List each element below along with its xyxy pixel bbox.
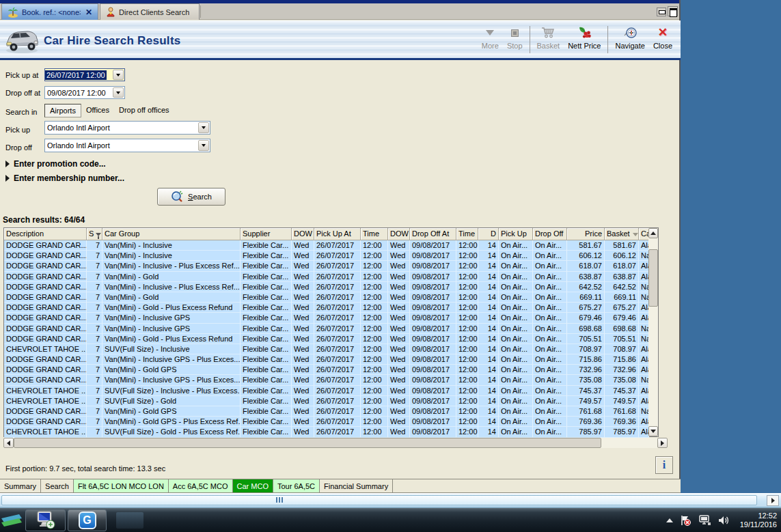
column-header-dow[interactable]: DOW: [292, 228, 314, 240]
scroll-down-button[interactable]: [648, 426, 658, 436]
membership-number-expander[interactable]: Enter membership number...: [5, 173, 124, 183]
nett-price-button[interactable]: Nett Price: [564, 23, 605, 51]
tab-accommodation[interactable]: Acc 6A,5C MCO: [169, 479, 233, 493]
info-button[interactable]: i: [655, 456, 673, 474]
navigate-button[interactable]: Navigate: [611, 23, 648, 51]
network-icon[interactable]: [698, 514, 711, 527]
table-row[interactable]: DODGE GRAND CAR...7Van(Mini) - Inclusive…: [4, 261, 658, 271]
table-row[interactable]: CHEVROLET TAHOE ...7SUV(Full Size) - Inc…: [4, 386, 658, 396]
search-button[interactable]: Search: [157, 188, 225, 206]
chevron-down-icon[interactable]: [113, 70, 124, 80]
table-cell: On Air...: [499, 386, 533, 396]
segment-dropoff-offices[interactable]: Drop off offices: [114, 104, 174, 117]
table-row[interactable]: DODGE GRAND CAR...7Van(Mini) - Gold GPSF…: [4, 365, 658, 375]
outer-horizontal-scrollbar[interactable]: [0, 493, 781, 507]
tab-search[interactable]: Search: [41, 479, 74, 493]
taskbar-item-inactive[interactable]: [109, 509, 151, 531]
table-row[interactable]: DODGE GRAND CAR...7Van(Mini) - Gold - Pl…: [4, 303, 658, 313]
column-header-description[interactable]: Description: [4, 228, 87, 240]
column-header-car-group[interactable]: Car Group: [102, 228, 241, 240]
show-hidden-icons-icon[interactable]: [666, 518, 673, 522]
outer-scroll-thumb[interactable]: [1, 495, 757, 505]
table-row[interactable]: DODGE GRAND CAR...7Van(Mini) - Inclusive…: [4, 375, 658, 385]
column-header-d[interactable]: D: [478, 228, 499, 240]
scroll-up-button[interactable]: [648, 228, 658, 238]
horizontal-scroll-thumb[interactable]: [14, 438, 601, 448]
column-header-time[interactable]: Time: [456, 228, 478, 240]
stop-button[interactable]: Stop: [503, 23, 527, 51]
grip-handle-icon[interactable]: [276, 497, 283, 503]
basket-button[interactable]: Basket: [533, 23, 564, 51]
table-cell: Na: [639, 406, 649, 417]
chevron-down-icon[interactable]: [198, 140, 209, 151]
column-header-supplier[interactable]: Supplier: [241, 228, 292, 240]
table-row[interactable]: DODGE GRAND CAR...7Van(Mini) - Inclusive…: [4, 240, 658, 251]
column-header-time[interactable]: Time: [361, 228, 388, 240]
vertical-scroll-thumb[interactable]: [648, 249, 658, 307]
table-cell: CHEVROLET TAHOE ...: [4, 427, 87, 437]
outer-scroll-right-button[interactable]: [767, 495, 779, 506]
table-row[interactable]: DODGE GRAND CAR...7Van(Mini) - Inclusive…: [4, 251, 658, 261]
tab-summary[interactable]: Summary: [0, 479, 41, 493]
chevron-down-icon[interactable]: [198, 122, 209, 133]
table-row[interactable]: DODGE GRAND CAR...7Van(Mini) - GoldFlexi…: [4, 272, 658, 282]
column-header-ca[interactable]: Ca: [639, 228, 649, 240]
column-header-price[interactable]: Price: [567, 228, 605, 240]
pickup-label: Pick up: [5, 126, 30, 134]
scroll-right-button[interactable]: [657, 438, 668, 448]
segment-offices[interactable]: Offices: [81, 104, 114, 117]
tab-direct-clients-search[interactable]: Direct Clients Search: [100, 3, 200, 20]
taskbar-item-remote-desktop[interactable]: [25, 509, 66, 531]
column-header-basket[interactable]: Basket: [605, 228, 639, 240]
table-row[interactable]: DODGE GRAND CAR...7Van(Mini) - Gold GPS …: [4, 417, 658, 427]
taskbar-clock[interactable]: 12:52 19/11/2016: [740, 512, 780, 529]
table-row[interactable]: DODGE GRAND CAR...7Van(Mini) - Gold - Pl…: [4, 334, 658, 344]
table-row[interactable]: DODGE GRAND CAR...7Van(Mini) - Inclusive…: [4, 313, 658, 323]
tab-financial-summary[interactable]: Financial Summary: [320, 479, 393, 493]
tab-car-mco[interactable]: Car MCO: [233, 479, 273, 493]
column-header-dow[interactable]: DOW: [388, 228, 410, 240]
table-cell: Flexible Car...: [241, 406, 292, 417]
tab-booking-ref[interactable]: Book. ref.: <none> ✕: [1, 3, 98, 20]
table-cell: DODGE GRAND CAR...: [4, 375, 87, 385]
table-row[interactable]: DODGE GRAND CAR...7Van(Mini) - Inclusive…: [4, 282, 658, 292]
horizontal-scrollbar[interactable]: [3, 438, 668, 448]
table-row[interactable]: DODGE GRAND CAR...7Van(Mini) - Gold GPSF…: [4, 406, 658, 417]
table-row[interactable]: DODGE GRAND CAR...7Van(Mini) - Inclusive…: [4, 324, 658, 334]
scroll-left-button[interactable]: [3, 438, 14, 448]
more-button[interactable]: More: [478, 23, 503, 51]
column-header-pick-up-at[interactable]: Pick Up At: [314, 228, 361, 240]
table-cell: 12:00: [361, 334, 388, 344]
table-cell: DODGE GRAND CAR...: [4, 406, 87, 417]
segment-airports[interactable]: Airports: [44, 104, 81, 117]
close-button[interactable]: ✕ Close: [649, 23, 676, 51]
table-row[interactable]: CHEVROLET TAHOE ...7SUV(Full Size) - Inc…: [4, 344, 658, 354]
taskbar-item-active-app[interactable]: G: [68, 509, 107, 531]
column-header-drop-off-at[interactable]: Drop Off At: [410, 228, 456, 240]
pickup-at-input[interactable]: 26/07/2017 12:00: [44, 68, 125, 81]
column-header-s[interactable]: S: [87, 228, 102, 240]
vertical-scrollbar[interactable]: [648, 228, 658, 436]
restore-button[interactable]: [668, 6, 678, 16]
dropoff-at-input[interactable]: 09/08/2017 12:00: [44, 86, 125, 99]
table-row[interactable]: CHEVROLET TAHOE ...7SUV(Full Size) - Gol…: [4, 427, 658, 437]
minimize-button[interactable]: [657, 8, 666, 16]
volume-icon[interactable]: [717, 514, 731, 527]
promotion-code-expander[interactable]: Enter promotion code...: [5, 159, 106, 169]
table-cell: Wed: [388, 417, 410, 427]
table-row[interactable]: DODGE GRAND CAR...7Van(Mini) - GoldFlexi…: [4, 292, 658, 303]
column-header-drop-off[interactable]: Drop Off: [533, 228, 567, 240]
dropoff-combobox[interactable]: Orlando Intl Airport: [44, 139, 210, 152]
table-row[interactable]: DODGE GRAND CAR...7Van(Mini) - Inclusive…: [4, 354, 658, 365]
tab-flight[interactable]: Flt 6A,5C LON MCO LON: [74, 479, 169, 493]
table-row[interactable]: CHEVROLET TAHOE ...7SUV(Full Size) - Gol…: [4, 396, 658, 406]
tab-tour[interactable]: Tour 6A,5C: [273, 479, 320, 493]
chevron-down-icon[interactable]: [113, 87, 124, 98]
taskbar-item-partial[interactable]: [0, 509, 23, 531]
action-center-flag-icon[interactable]: [679, 514, 691, 527]
table-cell: 12:00: [456, 375, 478, 385]
pickup-combobox[interactable]: Orlando Intl Airport: [44, 121, 210, 135]
close-tab-icon[interactable]: ✕: [85, 8, 92, 17]
column-header-pick-up[interactable]: Pick Up: [499, 228, 533, 240]
filter-funnel-icon[interactable]: [96, 233, 101, 236]
